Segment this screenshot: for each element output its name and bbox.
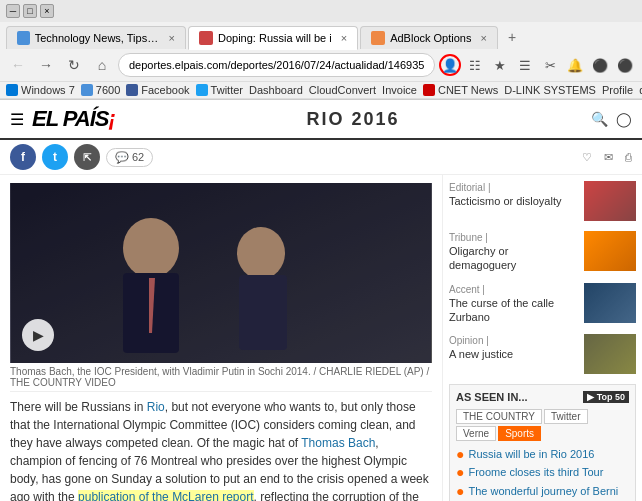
social-bar: f t ⇱ 💬 62 ♡ ✉ ⎙ [0, 140, 642, 175]
article-body: There will be Russians in Rio, but not e… [10, 398, 432, 501]
back-button[interactable]: ← [6, 53, 30, 77]
tab-favicon-2 [199, 31, 213, 45]
close-button[interactable]: × [40, 4, 54, 18]
sidebar-item-accent-text: Accent | The curse of the calle Zurbano [449, 283, 578, 325]
as-seen-box: AS SEEN IN... ▶ Top 50 THE COUNTRY Twitt… [449, 384, 636, 501]
comment-button[interactable]: 💬 62 [106, 148, 153, 167]
tab-close-1[interactable]: × [169, 32, 175, 44]
menu-icon[interactable]: ☰ [514, 54, 536, 76]
bookmark-twitter[interactable]: Twitter [196, 84, 243, 96]
window-controls: ─ □ × [6, 4, 54, 18]
sidebar-image-3 [584, 283, 636, 323]
email-icon[interactable]: ✉ [604, 151, 613, 164]
play-button[interactable]: ▶ [22, 319, 54, 351]
as-seen-tabs: THE COUNTRY Twitter Verne Sports [456, 409, 629, 441]
sidebar-item-editorial[interactable]: Editorial | Tacticismo or disloyalty [449, 181, 636, 221]
bookmark-profile[interactable]: Profile [602, 84, 633, 96]
dot-icon-2: ● [456, 465, 464, 479]
tab-3[interactable]: AdBlock Options × [360, 26, 498, 49]
bookmark-icon[interactable]: ★ [489, 54, 511, 76]
sidebar: Editorial | Tacticismo or disloyalty Tri… [442, 175, 642, 501]
bookmark-facebook[interactable]: Facebook [126, 84, 189, 96]
sidebar-image-2 [584, 231, 636, 271]
refresh-button[interactable]: ↻ [62, 53, 86, 77]
article-section: ▶ Thomas Bach, the IOC President, with V… [0, 175, 442, 501]
notification-icon[interactable]: 🔔 [564, 54, 586, 76]
article-paragraph-1: There will be Russians in Rio, but not e… [10, 398, 432, 501]
facebook-bk-icon [126, 84, 138, 96]
sidebar-category-2: Tribune | [449, 231, 578, 244]
user-profile-icon[interactable]: ◯ [616, 111, 632, 127]
maximize-button[interactable]: □ [23, 4, 37, 18]
as-seen-tab-verne[interactable]: Verne [456, 426, 496, 441]
title-bar: ─ □ × [0, 0, 642, 22]
adblock-icon[interactable]: ⚫ [589, 54, 611, 76]
tab-favicon-3 [371, 31, 385, 45]
facebook-share-button[interactable]: f [10, 144, 36, 170]
highlighted-text: publication of the [78, 490, 169, 501]
bookmark-cnetnews[interactable]: CNET News [423, 84, 498, 96]
sidebar-item-opinion[interactable]: Opinion | A new justice [449, 334, 636, 374]
tab-1[interactable]: Technology News, Tips, Rev × [6, 26, 186, 49]
tab-2[interactable]: Doping: Russia will be i × [188, 26, 358, 50]
comment-count: 62 [132, 151, 144, 163]
site-header-center: RIO 2016 [306, 109, 399, 130]
tab-close-2[interactable]: × [341, 32, 347, 44]
address-input[interactable] [118, 53, 435, 77]
sidebar-item-accent[interactable]: Accent | The curse of the calle Zurbano [449, 283, 636, 325]
logo-exclamation: ¡ [109, 106, 115, 131]
bookmark-cloudconvert[interactable]: CloudConvert [309, 84, 376, 96]
as-seen-tab-country[interactable]: THE COUNTRY [456, 409, 542, 424]
comment-icon: 💬 [115, 151, 129, 164]
extensions-icon[interactable]: ☷ [464, 54, 486, 76]
top50-badge[interactable]: ▶ Top 50 [583, 391, 629, 403]
save-icon[interactable]: ♡ [582, 151, 592, 164]
sidebar-item-editorial-text: Editorial | Tacticismo or disloyalty [449, 181, 578, 208]
address-bar-row: ← → ↻ ⌂ 👤 ☷ ★ ☰ ✂ 🔔 ⚫ ⚫ [0, 49, 642, 82]
sidebar-item-opinion-text: Opinion | A new justice [449, 334, 578, 361]
svg-rect-6 [11, 183, 431, 363]
forward-button[interactable]: → [34, 53, 58, 77]
sidebar-category-3: Accent | [449, 283, 578, 296]
bookmark-7600[interactable]: 7600 [81, 84, 120, 96]
as-seen-tab-sports[interactable]: Sports [498, 426, 541, 441]
search-icon[interactable]: 🔍 [591, 111, 608, 127]
bookmark-dashboard[interactable]: Dashboard [249, 84, 303, 96]
as-seen-tab-twitter[interactable]: Twitter [544, 409, 587, 424]
windows7-icon [6, 84, 18, 96]
bookmarks-bar: Windows 7 7600 Facebook Twitter Dashboar… [0, 82, 642, 99]
publication-link[interactable]: publication of the McLaren report [78, 490, 253, 501]
as-seen-links: ● Russia will be in Rio 2016 ● Froome cl… [456, 447, 629, 501]
bookmark-dlink[interactable]: D-LINK SYSTEMS [504, 84, 596, 96]
as-seen-link-3[interactable]: ● The wonderful journey of Berni Rodrigu… [456, 484, 629, 501]
tab-title-2: Doping: Russia will be i [218, 32, 332, 44]
extension2-icon[interactable]: ⚫ [614, 54, 636, 76]
share-button[interactable]: ⇱ [74, 144, 100, 170]
edit-icon[interactable]: ✂ [539, 54, 561, 76]
user-icon[interactable]: 👤 [439, 54, 461, 76]
twitter-share-button[interactable]: t [42, 144, 68, 170]
rio-link[interactable]: Rio [147, 400, 165, 414]
bk-icon-2 [81, 84, 93, 96]
print-icon[interactable]: ⎙ [625, 151, 632, 163]
article-svg [10, 183, 432, 363]
bach-link[interactable]: Thomas Bach [301, 436, 375, 450]
sidebar-category-1: Editorial | [449, 181, 578, 194]
minimize-button[interactable]: ─ [6, 4, 20, 18]
sidebar-image-4 [584, 334, 636, 374]
bookmark-invoice[interactable]: Invoice [382, 84, 417, 96]
cnet-bk-icon [423, 84, 435, 96]
article-image-inner [10, 183, 432, 363]
bookmark-windows7[interactable]: Windows 7 [6, 84, 75, 96]
hamburger-menu[interactable]: ☰ [10, 110, 24, 129]
as-seen-link-2[interactable]: ● Froome closes its third Tour [456, 465, 629, 479]
sidebar-title-1: Tacticismo or disloyalty [449, 194, 578, 208]
mclaren-link-text: McLaren report [172, 490, 253, 501]
sidebar-item-tribune-text: Tribune | Oligarchy or demagoguery [449, 231, 578, 273]
sidebar-item-tribune[interactable]: Tribune | Oligarchy or demagoguery [449, 231, 636, 273]
tab-close-3[interactable]: × [480, 32, 486, 44]
article-image: ▶ [10, 183, 432, 363]
home-button[interactable]: ⌂ [90, 53, 114, 77]
as-seen-link-1[interactable]: ● Russia will be in Rio 2016 [456, 447, 629, 461]
new-tab-button[interactable]: + [500, 25, 524, 49]
